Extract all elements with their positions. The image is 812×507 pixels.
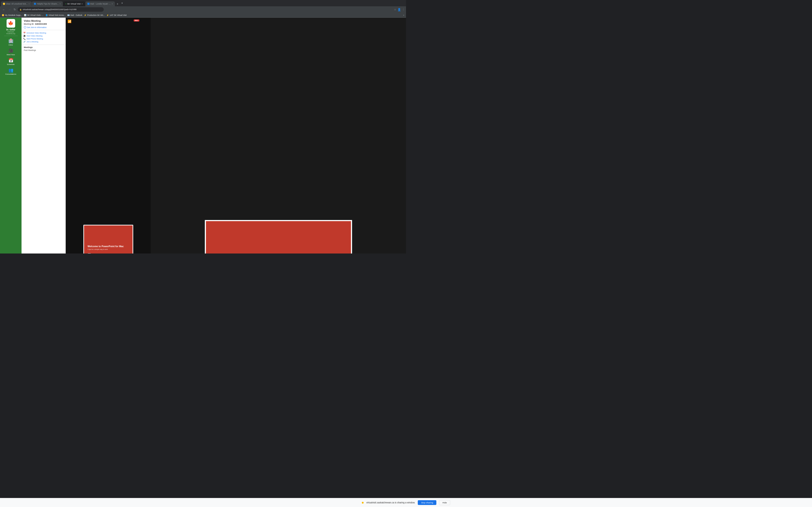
- tab2-close[interactable]: ✕: [59, 3, 61, 5]
- shared-screen-panel: Welcome to PowerPoint for Mac 5 tips for…: [151, 18, 406, 253]
- bookmark-5[interactable]: ⚡ Production-SK Virt...: [84, 14, 105, 16]
- start-video-label: Start Video Meeting: [27, 35, 42, 37]
- sidebar-nav-schedule[interactable]: 📅 Schedule: [2, 57, 20, 66]
- meet-now-label: Meet Now: [7, 54, 15, 56]
- tab4-favicon: 🟦: [87, 3, 90, 5]
- past-meetings-link[interactable]: Past Meetings: [24, 49, 63, 52]
- shared-slide-inner: Welcome to PowerPoint for Mac 5 tips for…: [206, 221, 351, 253]
- start-phone-icon: 📞: [23, 38, 26, 40]
- tab-4[interactable]: 🟦 Mail - Lorelie Wyatt -... ✕: [86, 1, 115, 6]
- new-tab-button[interactable]: +: [115, 1, 120, 6]
- video-main: 📶 REC Welcome to PowerPoint for Mac 5 ti…: [66, 18, 151, 253]
- schedule-icon: 📅: [8, 58, 13, 63]
- clinic-label: Clinic: [9, 44, 13, 46]
- clinic-icon: 🏥: [8, 39, 13, 44]
- info-circle-icon: i: [24, 26, 26, 29]
- tab1-label: View: All unsolved tick...: [6, 3, 28, 5]
- main-layout: 🍁 Dr. Gellar Clinician HealthBuddy 🏥 Cli…: [0, 18, 406, 253]
- signal-bars-icon: 📶: [67, 19, 71, 23]
- bookmark1-label: My Zendesk Supp...: [5, 14, 22, 16]
- schedule-link-icon: 📅: [23, 32, 26, 34]
- bookmark2-icon: 📊: [24, 14, 27, 16]
- bookmark4-label: Mail - Outlook: [70, 14, 82, 16]
- get-join-info-label: Get Join-In Information: [27, 26, 46, 29]
- tab2-label: Helpful Tips for Sharin...: [37, 3, 59, 5]
- tab-2[interactable]: 🔵 Helpful Tips for Sharin... ✕: [32, 1, 63, 6]
- ppt-logo-icon: P: [88, 253, 91, 253]
- app-sidebar: 🍁 Dr. Gellar Clinician HealthBuddy 🏥 Cli…: [0, 18, 21, 253]
- bookmark-4[interactable]: 📧 Mail - Outlook: [67, 14, 82, 16]
- video-info-panel: Video Meeting Meeting ID: 64830031909 i …: [21, 18, 66, 253]
- schedule-link-label: Schedule Video Meeting: [27, 32, 46, 34]
- url-text: virtualvisit.saskatchewan.ca/app/j/64830…: [23, 8, 77, 11]
- bookmark4-icon: 📧: [67, 14, 70, 16]
- bookmark-2[interactable]: 📊 SK Virtual Visits -...: [24, 14, 44, 16]
- link-join-meeting[interactable]: 🔗 Join a Meeting: [23, 40, 64, 43]
- bookmark3-icon: 📘: [45, 14, 48, 16]
- menu-icon[interactable]: ⋮: [402, 8, 405, 11]
- sidebar-nav-meet-now[interactable]: 🎥 Meet Now: [2, 47, 20, 57]
- forward-button[interactable]: →: [7, 7, 12, 12]
- ppt-slide-title: Welcome to PowerPoint for Mac: [88, 245, 129, 247]
- tab4-label: Mail - Lorelie Wyatt -...: [90, 3, 111, 5]
- sidebar-links-section: 📅 Schedule Video Meeting 🎥 Start Video M…: [21, 30, 65, 45]
- tab3-favicon: ●: [65, 3, 66, 5]
- tab3-close[interactable]: ✕: [81, 3, 83, 5]
- meeting-id-label: Meeting ID:: [24, 23, 34, 25]
- consultations-label: Consultations: [5, 73, 16, 75]
- start-video-icon: 🎥: [23, 35, 26, 37]
- video-meeting-title: Video Meeting: [24, 19, 41, 22]
- link-start-video[interactable]: 🎥 Start Video Meeting: [23, 35, 64, 37]
- user-org: HealthBuddy: [6, 33, 15, 35]
- bookmark-3[interactable]: 📘 Virtual Visit Accou...: [45, 14, 65, 16]
- tab1-close[interactable]: ✕: [28, 3, 30, 5]
- meetings-header: Meetings: [24, 46, 63, 49]
- user-role: Clinician: [7, 31, 14, 33]
- app-logo: 🍁: [7, 19, 15, 27]
- panel-header: Video Meeting Meeting ID: 64830031909 i …: [21, 18, 65, 30]
- link-schedule[interactable]: 📅 Schedule Video Meeting: [23, 32, 64, 35]
- meeting-id-row: Meeting ID: 64830031909: [24, 23, 63, 25]
- rec-badge: REC: [134, 19, 139, 21]
- bookmark5-icon: ⚡: [84, 14, 87, 16]
- bookmark-6[interactable]: ⚡ UAT SK Virtual Visit: [106, 14, 126, 16]
- sidebar-nav-consultations[interactable]: 👥 Consultations: [2, 66, 20, 76]
- bookmark3-label: Virtual Visit Accou...: [48, 14, 65, 16]
- user-name: Dr. Gellar: [6, 29, 15, 31]
- panel-title-row: Video Meeting: [24, 19, 63, 22]
- bookmark6-label: UAT SK Virtual Visit: [110, 14, 126, 16]
- reload-button[interactable]: ↻: [13, 7, 17, 11]
- bookmarks-more[interactable]: »: [403, 14, 404, 16]
- link-start-phone[interactable]: 📞 Start Phone Meeting: [23, 37, 64, 40]
- tab-1[interactable]: 🟡 View: All unsolved tick... ✕: [1, 1, 32, 6]
- profile-icon[interactable]: 👤: [397, 8, 401, 11]
- get-join-info-btn[interactable]: i Get Join-In Information: [24, 26, 63, 29]
- tab4-close[interactable]: ✕: [111, 3, 113, 5]
- consultations-icon: 👥: [8, 68, 13, 73]
- address-bar[interactable]: 🔒 virtualvisit.saskatchewan.ca/app/j/648…: [18, 7, 104, 12]
- nav-right-icons: ☆ 👤 ⋮: [394, 8, 405, 11]
- start-phone-label: Start Phone Meeting: [27, 38, 43, 40]
- tab2-favicon: 🔵: [34, 3, 36, 5]
- meeting-id-value: 64830031909: [35, 23, 47, 25]
- shared-slide-container: Welcome to PowerPoint for Mac 5 tips for…: [205, 220, 352, 253]
- tab-overflow-button[interactable]: ▼: [120, 2, 124, 4]
- sidebar-nav-clinic[interactable]: 🏥 Clinic: [2, 37, 20, 47]
- ppt-logo-row: P PowerPoint: [88, 253, 129, 253]
- meet-now-icon: 🎥: [8, 48, 13, 53]
- tab3-label: SK Virtual Visit: [67, 3, 81, 5]
- bookmark-1[interactable]: 🟡 My Zendesk Supp...: [2, 14, 22, 16]
- tab-bar: 🟡 View: All unsolved tick... ✕ 🔵 Helpful…: [0, 0, 406, 6]
- ppt-slide-subtitle: 5 tips for a simpler way to work: [88, 248, 129, 250]
- join-meeting-label: Join a Meeting: [27, 41, 38, 43]
- browser-chrome: 🟡 View: All unsolved tick... ✕ 🔵 Helpful…: [0, 0, 406, 18]
- back-button[interactable]: ←: [1, 7, 6, 12]
- bookmark2-label: SK Virtual Visits -...: [27, 14, 44, 16]
- video-call-area: 📶 REC Welcome to PowerPoint for Mac 5 ti…: [66, 18, 151, 253]
- schedule-label: Schedule: [7, 63, 14, 65]
- bookmark6-icon: ⚡: [106, 14, 109, 16]
- ppt-slide: Welcome to PowerPoint for Mac 5 tips for…: [83, 225, 133, 253]
- tab-3-active[interactable]: ● SK Virtual Visit ✕: [63, 1, 85, 6]
- nav-bar: ← → ↻ 🔒 virtualvisit.saskatchewan.ca/app…: [0, 6, 406, 13]
- bookmark-star-icon[interactable]: ☆: [394, 8, 396, 11]
